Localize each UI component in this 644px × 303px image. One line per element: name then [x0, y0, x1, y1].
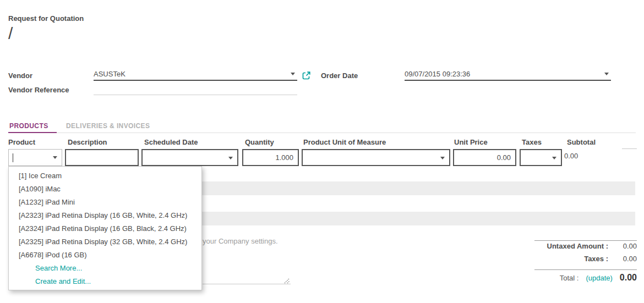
doc-type-label: Request for Quotation — [8, 14, 84, 23]
dropdown-item-product[interactable]: [A2324] iPad Retina Display (16 GB, Blac… — [9, 222, 201, 235]
scheduled-date-cell[interactable] — [141, 149, 238, 166]
product-uom-cell[interactable] — [302, 149, 450, 166]
order-date-input[interactable] — [405, 70, 604, 78]
dropdown-create-edit-link[interactable]: Create and Edit... — [9, 275, 201, 288]
taxes-cell[interactable] — [520, 149, 562, 166]
product-cell[interactable] — [8, 149, 62, 166]
col-header-unit-price[interactable]: Unit Price — [454, 138, 488, 146]
scheduled-date-input[interactable] — [143, 153, 237, 162]
subtotal-value: 0.00 — [564, 152, 578, 160]
vendor-external-link-icon[interactable] — [302, 71, 310, 80]
notes-textarea-border — [203, 284, 291, 284]
vendor-label: Vendor — [8, 71, 32, 80]
col-header-description[interactable]: Description — [68, 138, 107, 146]
record-name: / — [8, 24, 13, 43]
active-tab-underline — [8, 132, 57, 133]
product-autocomplete-dropdown: [1] Ice Cream [A1090] iMac [A1232] iPad … — [8, 166, 202, 290]
taxes-caret-icon[interactable] — [552, 157, 556, 159]
totals-block: Untaxed Amount : 0.00 Taxes : 0.00 Total… — [534, 240, 637, 283]
text-cursor — [13, 153, 13, 162]
total-row: Total : (update) 0.00 — [534, 273, 637, 283]
vendor-dropdown-caret-icon[interactable] — [291, 73, 295, 75]
order-date-label: Order Date — [321, 71, 358, 80]
rfq-form-page: Request for Quotation / Vendor Order Dat… — [0, 0, 644, 303]
total-update-link[interactable]: (update) — [586, 274, 612, 282]
tab-products[interactable]: PRODUCTS — [9, 122, 48, 130]
taxes-row: Taxes : 0.00 — [534, 255, 637, 266]
tabbar-divider — [8, 133, 636, 133]
dropdown-item-product[interactable]: [A2323] iPad Retina Display (16 GB, Whit… — [9, 209, 201, 222]
dropdown-item-product[interactable]: [A1232] iPad Mini — [9, 196, 201, 209]
dropdown-item-product[interactable]: [A1090] iMac — [9, 183, 201, 196]
product-dropdown-caret-icon[interactable] — [53, 156, 57, 159]
description-input[interactable] — [66, 153, 138, 162]
col-header-product[interactable]: Product — [8, 138, 35, 146]
col-header-taxes[interactable]: Taxes — [522, 138, 542, 146]
resize-grip-icon[interactable] — [283, 277, 290, 284]
col-header-subtotal[interactable]: Subtotal — [567, 138, 596, 146]
vendor-input[interactable] — [94, 70, 291, 78]
vendor-reference-label: Vendor Reference — [8, 86, 69, 94]
company-settings-help-text: your Company settings. — [203, 237, 278, 245]
vendor-field[interactable] — [94, 68, 297, 81]
vendor-reference-input[interactable] — [94, 85, 297, 93]
scheduled-date-caret-icon[interactable] — [228, 157, 233, 159]
dropdown-search-more-link[interactable]: Search More... — [9, 262, 201, 275]
dropdown-item-product[interactable]: [1] Ice Cream — [9, 169, 201, 183]
col-header-scheduled-date[interactable]: Scheduled Date — [144, 138, 198, 146]
untaxed-amount-row: Untaxed Amount : 0.00 — [534, 242, 637, 254]
dropdown-item-product[interactable]: [A2325] iPad Retina Display (32 GB, Whit… — [9, 235, 201, 249]
product-uom-input[interactable] — [303, 153, 449, 162]
product-uom-caret-icon[interactable] — [440, 157, 445, 159]
untaxed-amount-value: 0.00 — [614, 242, 637, 250]
totals-top-divider — [534, 240, 637, 241]
col-header-product-uom[interactable]: Product Unit of Measure — [303, 138, 386, 146]
order-date-dropdown-caret-icon[interactable] — [604, 73, 609, 75]
quantity-cell[interactable] — [242, 149, 299, 166]
tab-deliveries-invoices[interactable]: DELIVERIES & INVOICES — [66, 122, 150, 130]
untaxed-amount-label: Untaxed Amount : — [534, 242, 614, 250]
totals-bottom-divider — [534, 269, 637, 270]
row-end-divider — [622, 148, 637, 149]
taxes-value: 0.00 — [614, 255, 637, 263]
description-cell[interactable] — [65, 149, 139, 166]
vendor-reference-field[interactable] — [94, 82, 297, 95]
order-date-field[interactable] — [405, 68, 611, 81]
taxes-label: Taxes : — [534, 255, 614, 263]
total-label: Total : — [560, 274, 579, 282]
dropdown-item-product[interactable]: [A6678] iPod (16 GB) — [9, 249, 201, 262]
unit-price-input[interactable] — [454, 153, 515, 162]
unit-price-cell[interactable] — [453, 149, 516, 166]
col-header-quantity[interactable]: Quantity — [245, 138, 274, 146]
total-value: 0.00 — [620, 273, 637, 283]
quantity-input[interactable] — [243, 153, 298, 162]
